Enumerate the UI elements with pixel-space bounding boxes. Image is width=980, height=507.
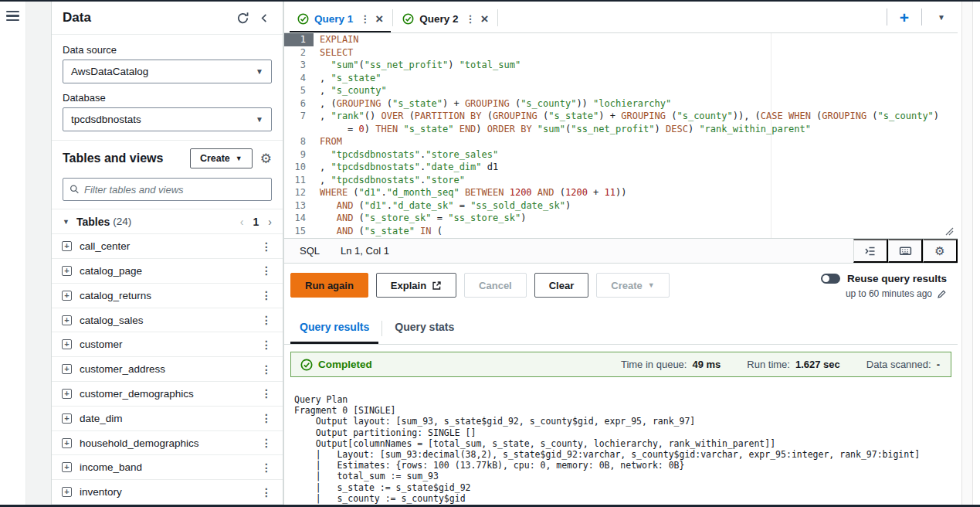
table-actions-kebab-icon[interactable]: ⋮ [261,487,272,498]
athena-query-editor-window: Data Data source AwsDataCatalog ▼ Databa… [0,0,980,507]
search-icon [70,184,80,195]
clear-button[interactable]: Clear [534,273,589,298]
tab-divider [497,9,498,26]
external-link-icon [432,281,442,291]
left-nav-rail [0,2,26,505]
table-actions-kebab-icon[interactable]: ⋮ [261,339,272,350]
expand-table-icon[interactable]: + [62,266,72,276]
reuse-results-toggle[interactable] [821,274,840,284]
tables-and-views-title: Tables and views [63,151,163,165]
table-row[interactable]: +catalog_page⋮ [52,259,283,284]
table-row[interactable]: +household_demographics⋮ [52,431,283,456]
hamburger-menu-icon[interactable] [6,11,19,21]
new-query-tab-button[interactable]: + [895,9,914,26]
code-line: 4, "s_state" [284,72,958,85]
expand-table-icon[interactable]: + [62,487,72,497]
query-tab-1[interactable]: Query 1⋮× [290,6,391,32]
refresh-icon[interactable] [235,10,251,26]
page-next-icon[interactable]: › [268,216,272,228]
stat-value: - [937,359,940,370]
table-actions-kebab-icon[interactable]: ⋮ [261,241,272,252]
scrollbar-track[interactable] [961,2,973,505]
data-source-label: Data source [63,44,272,56]
sql-editor[interactable]: 1EXPLAIN2SELECT3 "sum"("ss_net_profit") … [284,33,958,238]
gear-icon[interactable]: ⚙ [260,152,272,165]
run-again-button[interactable]: Run again [290,273,368,298]
table-row[interactable]: +customer⋮ [52,332,283,357]
table-name: customer_demographics [80,388,194,400]
expand-table-icon[interactable]: + [62,241,72,251]
filter-tables-input[interactable] [84,184,265,196]
expand-table-icon[interactable]: + [62,339,72,349]
editor-language: SQL [300,245,320,257]
line-number: 10 [284,161,314,174]
table-actions-kebab-icon[interactable]: ⋮ [261,265,272,276]
code-text: EXPLAIN [314,33,359,46]
table-row[interactable]: +call_center⋮ [52,234,283,259]
data-panel-title: Data [63,10,91,26]
query-tab-2[interactable]: Query 2⋮× [395,6,496,32]
data-source-select[interactable]: AwsDataCatalog ▼ [63,60,272,83]
expand-table-icon[interactable]: + [62,291,72,301]
expand-table-icon[interactable]: + [62,438,72,448]
code-line: 12WHERE ("d1"."d_month_seq" BETWEEN 1200… [284,186,958,199]
table-row[interactable]: +customer_address⋮ [52,357,283,382]
explain-button[interactable]: Explain [376,273,456,298]
tab-kebab-icon[interactable]: ⋮ [360,14,370,24]
query-tab-bar: Query 1⋮×Query 2⋮× + ▼ [284,2,958,33]
cancel-button[interactable]: Cancel [464,273,527,298]
code-line: 11, "tpcdsdbnostats"."store" [284,174,958,187]
section-collapse-icon[interactable]: ▼ [63,218,70,226]
tab-divider [392,9,393,26]
table-row[interactable]: +inventory⋮ [52,480,283,505]
table-actions-kebab-icon[interactable]: ⋮ [261,462,272,473]
tables-count: (24) [113,216,131,227]
page-prev-icon[interactable]: ‹ [240,216,244,228]
close-tab-icon[interactable]: × [375,12,383,26]
expand-table-icon[interactable]: + [62,389,72,399]
stat-label: Data scanned: [866,359,931,370]
format-query-icon[interactable] [853,239,888,263]
query-results-body: Query Plan Fragment 0 [SINGLE] Output la… [284,377,958,505]
reuse-duration-text: up to 60 minutes ago [846,288,932,299]
tables-list: +call_center⋮+catalog_page⋮+catalog_retu… [52,234,283,505]
table-actions-kebab-icon[interactable]: ⋮ [261,437,272,448]
create-button[interactable]: Create▼ [190,148,253,168]
editor-settings-gear-icon[interactable]: ⚙ [923,239,958,263]
tab-kebab-icon[interactable]: ⋮ [466,14,476,24]
table-actions-kebab-icon[interactable]: ⋮ [261,413,272,424]
table-name: income_band [80,461,142,473]
table-row[interactable]: +catalog_sales⋮ [52,308,283,333]
code-text: , "tpcdsdbnostats"."store" [314,174,465,187]
expand-table-icon[interactable]: + [62,413,72,424]
chevron-down-icon: ▼ [256,115,263,124]
collapse-panel-icon[interactable] [257,11,272,26]
table-row[interactable]: +income_band⋮ [52,455,283,480]
edit-pencil-icon[interactable] [937,289,947,299]
table-row[interactable]: +date_dim⋮ [52,407,283,431]
expand-table-icon[interactable]: + [62,462,72,472]
table-actions-kebab-icon[interactable]: ⋮ [261,388,272,399]
close-tab-icon[interactable]: × [481,12,489,26]
create-dropdown-button[interactable]: Create▼ [596,273,669,298]
table-actions-kebab-icon[interactable]: ⋮ [261,290,272,301]
results-tab-1[interactable]: Query results [290,312,378,344]
filter-tables-input-box [63,178,272,201]
code-text: = 0) THEN "s_state" END) ORDER BY "sum"(… [314,123,811,136]
expand-table-icon[interactable]: + [62,364,72,374]
table-actions-kebab-icon[interactable]: ⋮ [261,315,272,325]
table-name: date_dim [80,413,123,424]
results-tab-2[interactable]: Query stats [385,312,463,344]
database-select[interactable]: tpcdsdbnostats ▼ [63,107,272,131]
table-actions-kebab-icon[interactable]: ⋮ [261,364,272,375]
table-name: customer [80,339,123,350]
table-row[interactable]: +catalog_returns⋮ [52,284,283,308]
expand-table-icon[interactable]: + [62,315,72,325]
editor-resize-handle[interactable] [945,227,954,236]
table-row[interactable]: +customer_demographics⋮ [52,382,283,407]
keyboard-shortcuts-icon[interactable] [888,239,923,263]
results-tab-divider [381,321,382,336]
success-check-icon [402,13,414,25]
stat-value: 49 ms [692,359,721,370]
tab-overflow-menu-icon[interactable]: ▼ [930,13,953,22]
